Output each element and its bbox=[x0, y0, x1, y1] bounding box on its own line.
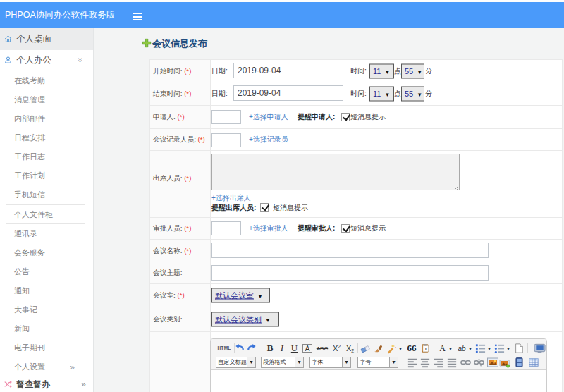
svg-text:T: T bbox=[424, 346, 427, 351]
